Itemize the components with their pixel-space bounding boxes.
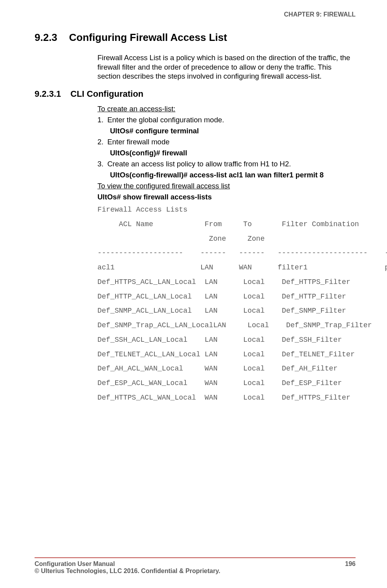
cli-output-row: Def_HTTPS_ACL_WAN_Local WAN Local Def_HT… xyxy=(97,393,356,402)
footer-manual-title: Configuration User Manual xyxy=(35,560,220,568)
show-command: UltOs# show firewall access-lists xyxy=(97,193,356,201)
step-2-command: UltOs(config)# firewall xyxy=(110,149,356,157)
cli-output-separator: -------------------- ------ ------ -----… xyxy=(97,249,356,258)
cli-output-row: Def_HTTP_ACL_LAN_Local LAN Local Def_HTT… xyxy=(97,292,356,301)
step-number: 2. xyxy=(97,138,105,146)
section-title: CLI Configuration xyxy=(70,89,143,99)
footer-copyright: © Ulterius Technologies, LLC 2016. Confi… xyxy=(35,568,220,575)
step-1: 1. Enter the global configuration mode. xyxy=(97,116,356,124)
cli-output-row: Def_SSH_ACL_LAN_Local LAN Local Def_SSH_… xyxy=(97,335,356,345)
section-heading-9231: 9.2.3.1CLI Configuration xyxy=(35,89,356,99)
create-access-list-heading: To create an access-list: xyxy=(97,105,356,113)
section-title: Configuring Firewall Access List xyxy=(69,31,227,43)
footer-left: Configuration User Manual © Ulterius Tec… xyxy=(35,560,220,575)
chapter-header: CHAPTER 9: FIREWALL xyxy=(35,11,356,18)
section-heading-923: 9.2.3Configuring Firewall Access List xyxy=(35,31,356,44)
cli-output-row: Def_HTTPS_ACL_LAN_Local LAN Local Def_HT… xyxy=(97,278,356,287)
footer-page-number: 196 xyxy=(345,560,356,575)
cli-output-columns-1: ACL Name From To Filter Combination Acti… xyxy=(97,220,356,229)
cli-output-columns-2: Zone Zone rity Packet xyxy=(97,234,356,243)
cli-output-row: Def_AH_ACL_WAN_Local WAN Local Def_AH_Fi… xyxy=(97,364,356,373)
step-text: Enter the global configuration mode. xyxy=(107,116,224,124)
cli-output-row: acl1 LAN WAN filter1 permit 8 permit xyxy=(97,263,356,272)
step-1-command: UltOs# configure terminal xyxy=(110,127,356,135)
cli-output-title: Firewall Access Lists xyxy=(97,205,356,214)
cli-output-row: Def_SNMP_ACL_LAN_Local LAN Local Def_SNM… xyxy=(97,306,356,315)
page-footer: Configuration User Manual © Ulterius Tec… xyxy=(35,557,356,575)
step-number: 3. xyxy=(97,160,105,168)
section-intro: Firewall Access List is a policy which i… xyxy=(97,53,356,81)
step-3: 3. Create an access list policy to allow… xyxy=(97,160,356,168)
step-number: 1. xyxy=(97,116,105,124)
step-3-command: UltOs(config-firewall)# access-list acl1… xyxy=(110,171,356,179)
step-text: Enter firewall mode xyxy=(107,138,169,146)
step-text: Create an access list policy to allow tr… xyxy=(107,160,291,168)
section-number: 9.2.3.1 xyxy=(35,89,61,99)
section-number: 9.2.3 xyxy=(35,31,57,44)
view-access-list-heading: To view the configured firewall access l… xyxy=(97,182,356,190)
cli-output-row: Def_ESP_ACL_WAN_Local WAN Local Def_ESP_… xyxy=(97,379,356,388)
cli-output-row: Def_SNMP_Trap_ACL_LAN_LocalLAN Local Def… xyxy=(97,321,356,330)
cli-output-row: Def_TELNET_ACL_LAN_Local LAN Local Def_T… xyxy=(97,350,356,359)
step-2: 2. Enter firewall mode xyxy=(97,138,356,146)
